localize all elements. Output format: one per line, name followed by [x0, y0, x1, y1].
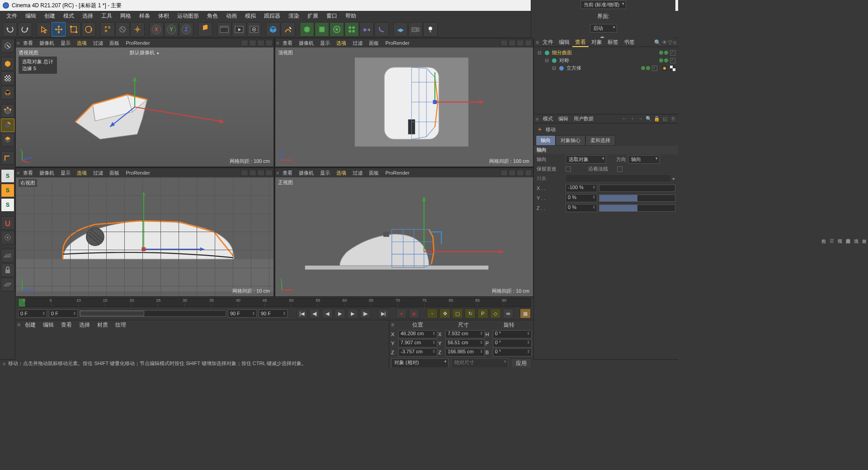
hamburger-icon[interactable]: ≡	[276, 40, 279, 46]
expand-icon[interactable]: ⊟	[545, 57, 549, 63]
obj-tab[interactable]: 文件	[540, 38, 556, 46]
pos-y-input[interactable]: 7.907 cm	[398, 339, 437, 347]
keep-checkbox[interactable]	[566, 166, 571, 172]
viewport-solo2-button[interactable]: S	[1, 184, 14, 197]
pos-x-input[interactable]: 48.208 cm	[398, 330, 437, 338]
workplane-mode-button[interactable]	[1, 86, 14, 100]
vp-max-icon[interactable]	[265, 40, 273, 46]
mat-menu-item[interactable]: 纹理	[112, 321, 130, 329]
viewport-right[interactable]: ≡查看摄像机显示选项过滤面板ProRender 右视图	[15, 168, 274, 297]
mat-menu-item[interactable]: 材质	[94, 321, 112, 329]
hamburger-icon[interactable]: ≡	[536, 116, 538, 122]
crosshair-tool[interactable]	[130, 22, 145, 37]
menu-item[interactable]: 窗口	[323, 11, 341, 21]
menu-item[interactable]: 动画	[222, 11, 241, 21]
menu-item[interactable]: 编辑	[22, 11, 40, 21]
point-mode-button[interactable]	[1, 104, 14, 118]
keyframe-sel-button[interactable]: ◦	[427, 309, 438, 318]
axis-slider[interactable]	[599, 195, 675, 202]
attr-tab[interactable]: 模式	[540, 115, 556, 122]
vp-menu-item[interactable]: 选项	[74, 39, 90, 47]
vp-menu-item[interactable]: 选项	[334, 39, 349, 47]
direction-dropdown[interactable]: 轴向	[628, 155, 660, 164]
pin-icon[interactable]: ⎘	[670, 116, 676, 122]
play-button[interactable]: ▶	[335, 309, 345, 318]
frame-current-input[interactable]: 0 F	[49, 309, 78, 318]
vp-rotate-icon[interactable]	[257, 40, 264, 46]
vp-menu-item[interactable]: 面板	[107, 39, 122, 47]
menu-item[interactable]: 角色	[203, 11, 222, 21]
model-mode-button[interactable]	[1, 57, 14, 71]
vp-menu-item[interactable]: ProRender	[382, 39, 412, 47]
vp-menu-item[interactable]: 过滤	[350, 39, 365, 47]
axis-slider[interactable]	[599, 204, 675, 212]
key-pla-button[interactable]: ◇	[490, 309, 501, 318]
cloner-button[interactable]	[344, 22, 359, 37]
axis-slider[interactable]	[599, 185, 675, 192]
make-editable-button[interactable]	[1, 39, 14, 52]
lock-icon[interactable]: 🔒	[654, 116, 660, 122]
axis-toggle-button[interactable]	[1, 151, 14, 165]
select-tool[interactable]	[37, 22, 51, 37]
hamburger-icon[interactable]: ≡	[536, 39, 539, 46]
menu-item[interactable]: 帮助	[342, 11, 360, 21]
hamburger-icon[interactable]: ≡	[17, 40, 19, 46]
enable-checkbox[interactable]	[652, 66, 657, 71]
vp-menu-item[interactable]: 显示	[317, 39, 333, 47]
mat-menu-item[interactable]: 查看	[57, 321, 75, 329]
obj-tab[interactable]: 书签	[621, 38, 637, 46]
obj-tab[interactable]: 对象	[589, 38, 605, 46]
step-back-button[interactable]: ◀	[322, 309, 333, 318]
attr-tab[interactable]: 用户数据	[571, 115, 596, 122]
normal-checkbox[interactable]	[617, 166, 623, 172]
menu-item[interactable]: 跟踪器	[260, 11, 284, 21]
step-fwd-button[interactable]: ▶	[347, 309, 358, 318]
y-axis-button[interactable]: Y	[164, 22, 179, 37]
autokey-button[interactable]: ◉	[409, 309, 420, 318]
size-x-input[interactable]: 7.932 cm	[445, 330, 484, 338]
visibility-dot[interactable]	[641, 66, 645, 70]
size-mode-dropdown[interactable]: 绝对尺寸	[451, 358, 509, 367]
timeline-window-button[interactable]: ▦	[520, 309, 531, 318]
tree-row[interactable]: ⊟ 细分曲面	[536, 49, 676, 57]
key-rotate-button[interactable]: ↻	[465, 309, 476, 318]
filter-icon[interactable]: ▽	[668, 39, 672, 46]
menu-item[interactable]: 模式	[60, 11, 78, 21]
menu-item[interactable]: 体积	[155, 11, 173, 21]
axis-value-input[interactable]: -100 %	[566, 184, 597, 192]
visibility-dot[interactable]	[659, 51, 663, 55]
vp-menu-item[interactable]: ProRender	[123, 169, 152, 176]
scale-tool[interactable]	[66, 22, 81, 37]
object-link[interactable]	[566, 174, 671, 182]
vp-menu-item[interactable]: 过滤	[90, 39, 106, 47]
viewport-top[interactable]: ≡查看摄像机显示选项过滤面板ProRender 顶视图 ZX 网格间距	[275, 38, 533, 167]
snap-settings-button[interactable]	[1, 231, 14, 244]
goto-start-button[interactable]: |◀	[297, 309, 307, 318]
menu-item[interactable]: 扩展	[304, 11, 322, 21]
hamburger-icon[interactable]: ≡	[17, 170, 19, 176]
tree-row[interactable]: ⊟ 对称	[536, 57, 676, 64]
mat-menu-item[interactable]: 编辑	[39, 321, 57, 329]
coord-mode-dropdown[interactable]: 对象 (相对)	[391, 358, 448, 367]
timeline-ruler[interactable]: 051015202530354045505560657075808590	[18, 298, 531, 307]
menu-item[interactable]: 运动图形	[174, 11, 203, 21]
vp-menu-item[interactable]: ProRender	[382, 169, 412, 176]
vp-menu-item[interactable]: 摄像机	[296, 169, 316, 177]
axis-value-input[interactable]: 0 %	[566, 204, 597, 212]
vp-menu-item[interactable]: 选项	[334, 169, 349, 177]
goto-key-prev-button[interactable]: ◀|	[309, 309, 320, 318]
apply-button[interactable]: 应用	[511, 358, 532, 367]
key-scale-button[interactable]: ▢	[452, 309, 463, 318]
viewport-perspective[interactable]: ≡查看摄像机显示选项过滤面板ProRender 透视视图 默认摄像机 ⬥ 选取对…	[15, 38, 274, 167]
render-dot[interactable]	[646, 66, 650, 70]
vp-zoom-icon[interactable]	[249, 40, 256, 46]
deformer-button[interactable]	[330, 22, 344, 37]
rot-p-input[interactable]: 0 °	[493, 339, 532, 347]
vp-menu-item[interactable]: 面板	[366, 169, 382, 177]
layout-dropdown[interactable]: 启动	[590, 24, 617, 33]
vp-menu-item[interactable]: 显示	[58, 39, 73, 47]
planar-workplane-button[interactable]	[1, 278, 14, 291]
vp-menu-item[interactable]: 查看	[20, 39, 36, 47]
vp-menu-item[interactable]: 查看	[280, 169, 295, 177]
attr-subtab[interactable]: 柔和选择	[585, 135, 615, 146]
